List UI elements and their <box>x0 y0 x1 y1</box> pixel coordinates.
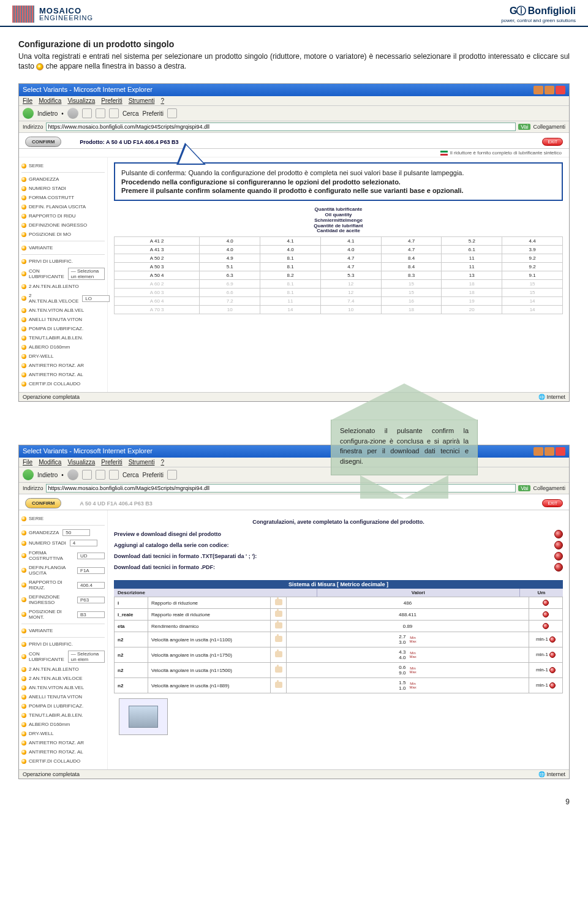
sidebar-item[interactable]: TENUT.LABIR.ALB.LEN. <box>21 333 105 342</box>
sidebar-item[interactable]: RAPPORTO DI RIDU <box>21 211 105 221</box>
ie-addressbar[interactable]: Indirizzo Vai Collegamenti <box>19 121 569 133</box>
sidebar-item[interactable]: DEFIN.FLANGIA USCITAF1A <box>21 563 105 578</box>
sidebar-item[interactable]: PRIVI DI LUBRIFIC. <box>21 640 105 649</box>
sidebar-item[interactable]: AN.TEN.VITON ALB.VEL <box>21 683 105 692</box>
window-title: Select Variants - Microsoft Internet Exp… <box>23 447 153 456</box>
bullet-icon <box>21 713 26 718</box>
sidebar-item[interactable]: DEFIN. FLANGIA USCITA <box>21 202 105 211</box>
sidebar-item[interactable]: ALBERO D160mm <box>21 720 105 729</box>
sidebar-item[interactable]: DRY-WELL <box>21 352 105 361</box>
page-header: MOSAICO ENGINEERING Gⓘ Bonfiglioli power… <box>0 0 588 27</box>
refresh-icon[interactable] <box>96 108 105 118</box>
dl-preview[interactable]: Preview e download disegni del prodotto <box>114 529 563 540</box>
ie-addressbar[interactable]: Indirizzo Vai Collegamenti <box>19 483 569 494</box>
sidebar-item[interactable]: NUMERO STADI4 <box>21 538 105 548</box>
sidebar-item[interactable]: GRANDEZZA <box>21 175 105 184</box>
sidebar-item[interactable]: AN.TEN.VITON ALB.VEL <box>21 306 105 315</box>
bullet-icon <box>21 541 26 546</box>
oil-quantity-label: Quantità lubrificanteOil quantitySchmier… <box>114 207 563 234</box>
ie-titlebar: Select Variants - Microsoft Internet Exp… <box>19 84 569 96</box>
sidebar-item[interactable]: DEFINIZIONE INGRESSOP63 <box>21 592 105 607</box>
arrow-text: Selezionato il pulsante confirm la confi… <box>331 420 478 475</box>
sidebar-item[interactable]: POMPA DI LUBRIFICAZ. <box>21 701 105 711</box>
spec-row: n2Velocità angolare in uscita (n1=1750)4… <box>115 647 563 663</box>
bullet-icon <box>21 363 26 368</box>
sidebar-item[interactable]: PRIVI DI LUBRIFIC. <box>21 257 105 266</box>
product-thumbnail[interactable] <box>119 698 168 735</box>
hand-icon <box>275 682 282 688</box>
sidebar-2: SERIEGRANDEZZA50NUMERO STADI4FORMA COSTR… <box>19 510 108 769</box>
hand-icon <box>275 651 282 657</box>
sidebar-item[interactable]: VARIANTE <box>21 626 105 635</box>
back-label[interactable]: Indietro <box>37 110 58 117</box>
ie-menubar[interactable]: FileModificaVisualizzaPreferitiStrumenti… <box>19 96 569 106</box>
search-label[interactable]: Cerca <box>123 110 139 117</box>
dl-addcat[interactable]: Aggiungi al catalogo della serie con cod… <box>114 540 563 551</box>
sidebar-item[interactable]: 2 AN.TEN.ALB.VELOCELO <box>21 291 105 306</box>
action-icon <box>549 682 556 689</box>
sidebar-item[interactable]: SERIE <box>21 514 105 523</box>
stop-icon[interactable] <box>82 108 92 118</box>
sidebar-item[interactable]: ALBERO D160mm <box>21 342 105 352</box>
sidebar-item[interactable]: NUMERO STADI <box>21 184 105 193</box>
sidebar-item[interactable]: FORMA COSTRUTT <box>21 193 105 202</box>
bullet-icon <box>21 750 26 755</box>
sidebar-item[interactable]: VARIANTE <box>21 243 105 252</box>
ie-window-1: Select Variants - Microsoft Internet Exp… <box>18 83 570 402</box>
bullet-icon <box>21 382 26 387</box>
go-button[interactable]: Vai <box>518 124 530 130</box>
column-headers: DescrizioneValoriUm <box>114 589 563 597</box>
fwd-icon[interactable] <box>67 108 78 119</box>
ie-toolbar[interactable]: Indietro • Cerca Preferiti <box>19 106 569 121</box>
sidebar-item[interactable]: ANTIRETRO ROTAZ. AL <box>21 747 105 757</box>
sidebar-item[interactable]: SERIE <box>21 161 105 170</box>
sidebar-item[interactable]: POMPA DI LUBRIFICAZ. <box>21 324 105 333</box>
bullet-icon <box>21 612 26 617</box>
tool-icon[interactable] <box>167 108 177 118</box>
sidebar-item[interactable]: CERTIF.DI COLLAUDO <box>21 757 105 766</box>
congrat-message: Congratulazioni, avete completato la con… <box>114 515 563 529</box>
sidebar-item[interactable]: 2 AN.TEN.ALB.VELOCE <box>21 674 105 683</box>
bullet-icon <box>21 676 26 681</box>
sidebar-item[interactable]: CERTIF.DI COLLAUDO <box>21 379 105 388</box>
sidebar-item[interactable]: DEFINIZIONE INGRESSO <box>21 221 105 230</box>
sidebar-item[interactable]: FORMA COSTRUTTIVAUD <box>21 548 105 563</box>
sidebar-item[interactable]: POSIZIONE DI MO <box>21 230 105 239</box>
sidebar-item[interactable]: ANTIRETRO ROTAZ. AR <box>21 738 105 747</box>
sidebar-item[interactable]: RAPPORTO DI RIDUZ.406.4 <box>21 578 105 592</box>
confirm-button[interactable]: CONFIRM <box>25 498 61 508</box>
sidebar-item[interactable]: TENUT.LABIR.ALB.LEN. <box>21 711 105 720</box>
bullet-icon <box>21 583 26 587</box>
exit-button[interactable]: EXIT <box>542 499 563 507</box>
sidebar-item[interactable]: DRY-WELL <box>21 729 105 738</box>
exit-button[interactable]: EXIT <box>542 138 563 146</box>
brand-tagline: power, control and green solutions <box>501 18 576 23</box>
dl-pdf[interactable]: Download dati tecnici in formato .PDF: <box>114 562 563 573</box>
dl-txt[interactable]: Download dati tecnici in formato .TXT(Se… <box>114 551 563 562</box>
sidebar-item[interactable]: ANTIRETRO ROTAZ. AL <box>21 370 105 379</box>
go-icon <box>554 563 563 572</box>
sidebar-item[interactable]: 2 AN.TEN.ALB.LENTO <box>21 282 105 291</box>
address-input[interactable] <box>46 123 516 131</box>
sidebar-item[interactable]: CON LUBRIFICANTE— Seleziona un elem <box>21 649 105 665</box>
bullet-icon <box>21 214 26 219</box>
sidebar-item[interactable]: POSIZIONE DI MONT.B3 <box>21 607 105 622</box>
spec-row: i_realeRapporto reale di riduzione488.41… <box>115 609 563 621</box>
sidebar-item[interactable]: ANTIRETRO ROTAZ. AR <box>21 361 105 370</box>
back-icon[interactable] <box>23 108 34 119</box>
spec-row: n2Velocità angolare in uscita (n1=1100)2… <box>115 632 563 647</box>
sidebar-1: SERIEGRANDEZZANUMERO STADIFORMA COSTRUTT… <box>19 157 108 392</box>
window-controls[interactable] <box>533 86 565 94</box>
sidebar-item[interactable]: 2 AN.TEN.ALB.LENTO <box>21 665 105 674</box>
sidebar-item[interactable]: ANELLI TENUTA VITON <box>21 692 105 701</box>
sidebar-item[interactable]: GRANDEZZA50 <box>21 527 105 538</box>
max-icon <box>545 86 554 94</box>
bullet-icon <box>21 205 26 209</box>
confirm-button[interactable]: CONFIRM <box>25 137 61 147</box>
home-icon[interactable] <box>109 108 119 118</box>
bullet-icon <box>21 667 26 672</box>
bullet-icon <box>21 685 26 690</box>
fav-label[interactable]: Preferiti <box>143 110 164 117</box>
sidebar-item[interactable]: ANELLI TENUTA VITON <box>21 315 105 324</box>
sidebar-item[interactable]: CON LUBRIFICANTE— Seleziona un elemen <box>21 266 105 282</box>
